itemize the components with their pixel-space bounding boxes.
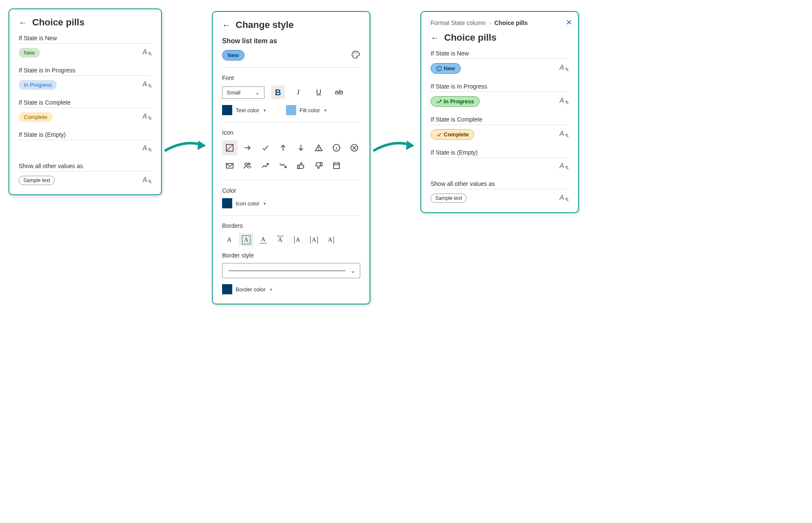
underline-button[interactable]: U [312,86,325,99]
pill-complete: Complete [19,112,53,122]
palette-icon[interactable] [351,50,360,61]
border-color-button[interactable]: Border color ▾ [222,284,360,294]
edit-style-icon[interactable]: A✎ [142,113,152,122]
calendar-icon[interactable] [329,158,344,173]
border-color-swatch [222,284,232,294]
show-list-item-label: Show list item as [222,37,360,45]
border-leftright[interactable]: A [307,233,321,246]
rule-complete: If State is Complete Complete A✎ [19,99,152,122]
panel-title: Choice pills [32,17,84,28]
svg-rect-22 [320,163,322,166]
check-icon [436,132,442,138]
rule-empty: If State is (Empty) A✎ [431,149,569,171]
trending-down-icon[interactable] [275,158,291,173]
svg-rect-23 [334,163,339,169]
border-top[interactable]: A [273,233,287,246]
svg-point-3 [353,55,354,56]
pill-sample-text: Sample text [19,176,55,185]
border-style-label: Border style [222,252,360,259]
font-size-value: Small [227,89,241,96]
font-size-select[interactable]: Small ⌄ [222,86,264,99]
rule-label: If State is In Progress [19,67,152,76]
rule-label: If State is New [431,50,569,59]
pill-new: New [19,48,40,58]
border-left[interactable]: A [290,233,304,246]
flow-arrow-icon [370,8,420,157]
panel-choice-pills-after: ✕ Format State column › Choice pills ← C… [420,11,579,213]
icon-section-label: Icon [222,129,360,136]
svg-line-5 [227,145,233,151]
caret-down-icon: ▾ [264,201,266,206]
strikethrough-button[interactable]: ab [332,86,346,99]
check-icon[interactable] [258,140,273,155]
color-section-label: Color [222,187,360,194]
text-color-swatch [222,105,232,115]
panel-choice-pills-before: ← Choice pills If State is New New A✎ If… [8,8,162,195]
edit-style-icon[interactable]: A✎ [142,48,152,57]
edit-style-icon[interactable]: A✎ [142,144,152,153]
panel-title: Change style [236,19,294,30]
text-color-button[interactable]: Text color ▾ [222,105,266,115]
svg-point-2 [357,53,358,54]
back-arrow-icon[interactable]: ← [431,33,439,42]
breadcrumb: Format State column › Choice pills [431,19,569,26]
thumbs-down-icon[interactable] [311,158,326,173]
icon-color-label: Icon color [236,200,259,207]
italic-button[interactable]: I [292,86,305,99]
pill-complete: Complete [431,129,474,140]
icon-color-button[interactable]: Icon color ▾ [222,198,360,208]
edit-style-icon[interactable]: A✎ [559,130,569,139]
border-bottom[interactable]: A [256,233,270,246]
other-values-label: Show all other values as [19,163,152,172]
pill-label: Complete [444,131,469,138]
pill-preview: New [222,50,245,61]
mail-icon[interactable] [222,158,237,173]
warning-icon[interactable] [311,140,326,155]
edit-style-icon[interactable]: A✎ [142,176,152,185]
icon-color-swatch [222,198,232,208]
chevron-right-icon: › [489,19,491,26]
people-icon[interactable] [240,158,255,173]
border-style-select[interactable]: ⌄ [222,263,360,278]
pill-inprogress: In Progress [431,96,480,107]
rule-complete: If State is Complete Complete A✎ [431,116,569,140]
trending-up-icon[interactable] [258,158,273,173]
thumbs-up-icon[interactable] [293,158,309,173]
fill-color-button[interactable]: Fill color ▾ [286,105,326,115]
flow-arrow-icon [162,8,212,157]
icon-none[interactable] [222,140,237,155]
back-arrow-icon[interactable]: ← [19,18,27,27]
arrow-up-icon[interactable] [275,140,291,155]
svg-point-20 [248,163,250,165]
info-icon [436,66,442,72]
edit-style-icon[interactable]: A✎ [559,194,569,203]
cancel-icon[interactable] [347,140,362,155]
pill-label: New [444,65,455,72]
border-color-label: Border color [236,286,266,293]
borders-section-label: Borders [222,222,360,229]
breadcrumb-item[interactable]: Format State column [431,19,486,26]
rule-inprogress: If State is In Progress In Progress A✎ [431,83,569,107]
arrow-right-icon[interactable] [240,140,255,155]
pill-sample-text: Sample text [431,194,467,203]
edit-style-icon[interactable]: A✎ [142,80,152,89]
rule-other: Show all other values as Sample text A✎ [19,163,152,185]
arrow-down-icon[interactable] [293,140,309,155]
trending-up-icon [436,99,442,105]
rule-other: Show all other values as Sample text A✎ [431,180,569,203]
fill-color-swatch [286,105,296,115]
edit-style-icon[interactable]: A✎ [559,64,569,73]
info-icon[interactable] [329,140,344,155]
pill-new: New [431,63,461,74]
caret-down-icon: ▾ [264,108,266,113]
edit-style-icon[interactable]: A✎ [559,97,569,106]
border-none[interactable]: A [222,233,236,246]
pill-inprogress: In Progress [19,80,57,90]
back-arrow-icon[interactable]: ← [222,21,231,29]
bold-button[interactable]: B [271,86,285,99]
border-all[interactable]: A [239,233,253,246]
svg-point-0 [353,53,354,54]
close-icon[interactable]: ✕ [566,18,572,27]
edit-style-icon[interactable]: A✎ [559,162,569,171]
border-right[interactable]: A [324,233,338,246]
